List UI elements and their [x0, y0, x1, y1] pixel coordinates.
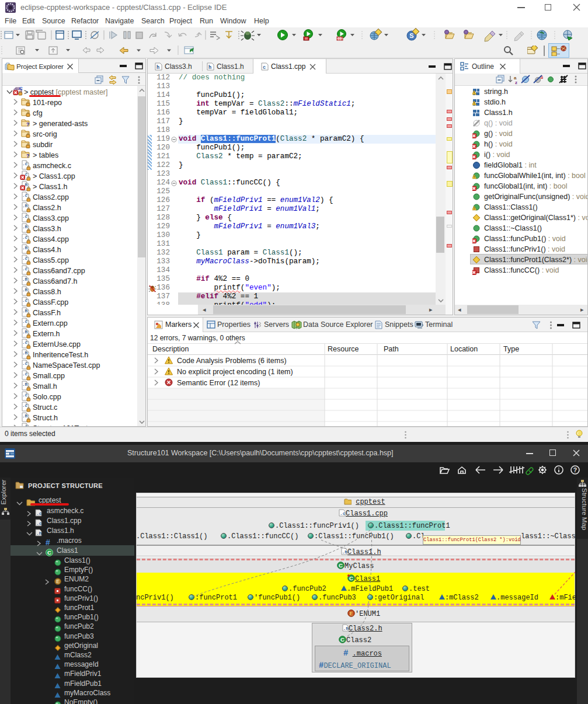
svg-text:h: h	[156, 65, 159, 71]
svg-text:C: C	[47, 549, 51, 556]
svg-text:.h: .h	[36, 531, 42, 536]
svg-text:?: ?	[573, 466, 577, 473]
svg-text:.c: .c	[36, 511, 42, 516]
svg-text:.c: .c	[36, 521, 42, 526]
svg-text:c: c	[263, 65, 266, 71]
svg-text:E: E	[56, 578, 60, 584]
svg-text:z: z	[515, 80, 517, 85]
svg-text:S: S	[409, 32, 413, 39]
svg-text:h: h	[208, 65, 211, 71]
svg-text:C: C	[19, 86, 23, 91]
